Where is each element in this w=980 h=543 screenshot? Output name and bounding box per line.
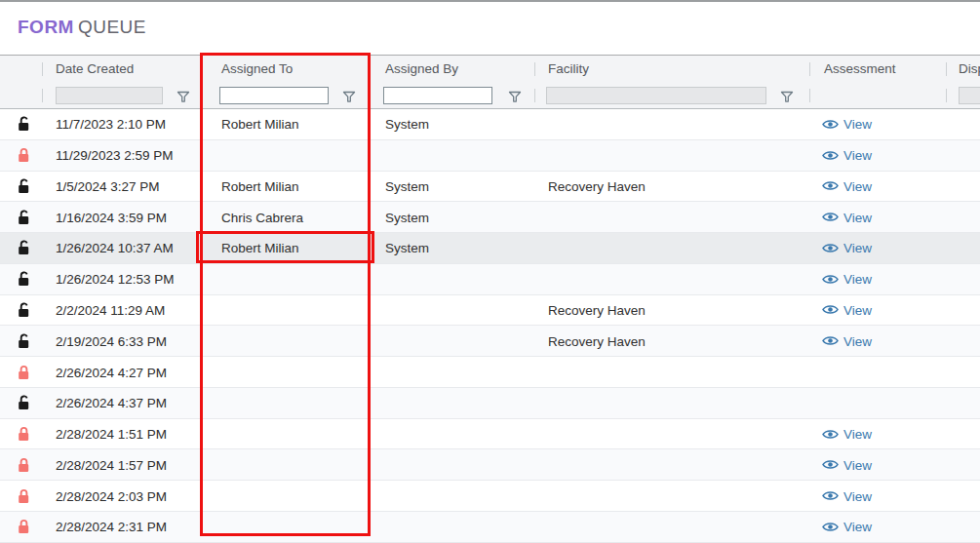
- cell-assigned-by: System: [385, 117, 429, 132]
- lock-open-icon: [17, 177, 32, 194]
- eye-icon: [822, 428, 839, 440]
- cell-date-created: 2/2/2024 11:29 AM: [56, 302, 165, 317]
- table-row[interactable]: 2/26/2024 4:37 PM: [0, 388, 980, 419]
- cell-assigned-by: System: [385, 178, 429, 193]
- filter-divider: [809, 89, 810, 102]
- table-row[interactable]: 11/7/2023 2:10 PM Robert Milian System V…: [0, 109, 980, 140]
- cell-date-created: 2/28/2024 1:51 PM: [56, 427, 167, 442]
- page-title: FORMQUEUE: [18, 17, 146, 38]
- cell-assigned-to: Robert Milian: [221, 117, 299, 132]
- cell-date-created: 2/28/2024 1:57 PM: [56, 457, 167, 472]
- column-header-assigned-to[interactable]: Assigned To: [221, 61, 293, 76]
- table-row[interactable]: 2/28/2024 1:57 PM View: [0, 449, 980, 481]
- view-link[interactable]: View: [822, 427, 872, 442]
- lock-open-icon: [17, 395, 32, 411]
- lock-closed-icon: [17, 487, 32, 504]
- cell-date-created: 2/19/2024 6:33 PM: [56, 333, 167, 348]
- header-divider: [534, 62, 535, 76]
- eye-icon: [822, 335, 839, 347]
- column-header-assigned-by[interactable]: Assigned By: [385, 61, 458, 76]
- view-link[interactable]: View: [822, 241, 872, 255]
- filter-input-assigned-by[interactable]: [383, 87, 492, 104]
- cell-date-created: 1/26/2024 12:53 PM: [56, 272, 175, 287]
- table-row[interactable]: 1/26/2024 12:53 PM View: [0, 264, 980, 295]
- header-divider: [42, 62, 43, 76]
- view-link[interactable]: View: [822, 272, 872, 287]
- table-row[interactable]: 11/29/2023 2:59 PM View: [0, 140, 980, 172]
- view-link[interactable]: View: [822, 457, 872, 472]
- filter-icon-date-created[interactable]: [176, 90, 190, 102]
- column-header-date-created[interactable]: Date Created: [56, 61, 134, 76]
- table-filter-row: [0, 83, 980, 109]
- page-title-secondary: QUEUE: [78, 17, 146, 37]
- view-link-label: View: [843, 117, 872, 132]
- eye-icon: [822, 242, 839, 253]
- view-link[interactable]: View: [822, 148, 872, 163]
- view-link-label: View: [843, 210, 872, 224]
- view-link-label: View: [843, 178, 872, 193]
- cell-assigned-to: Chris Cabrera: [221, 210, 303, 224]
- lock-open-icon: [17, 116, 32, 133]
- cell-date-created: 2/28/2024 2:31 PM: [56, 520, 167, 534]
- filter-input-assigned-to[interactable]: [219, 87, 329, 104]
- filter-input-disposition: [959, 87, 980, 104]
- view-link[interactable]: View: [822, 488, 872, 503]
- table-row[interactable]: 2/26/2024 4:27 PM: [0, 357, 980, 388]
- filter-icon-facility[interactable]: [780, 90, 794, 102]
- cell-date-created: 11/29/2023 2:59 PM: [56, 148, 174, 163]
- view-link-label: View: [843, 427, 872, 442]
- cell-date-created: 11/7/2023 2:10 PM: [56, 117, 166, 132]
- lock-open-icon: [17, 271, 32, 288]
- eye-icon: [822, 118, 839, 130]
- column-header-disposition[interactable]: Disp: [959, 61, 980, 76]
- view-link-label: View: [843, 241, 872, 255]
- cell-date-created: 2/28/2024 2:03 PM: [56, 488, 167, 503]
- table-row[interactable]: 1/5/2024 3:27 PM Robert Milian System Re…: [0, 172, 980, 203]
- eye-icon: [822, 459, 839, 471]
- column-header-assessment[interactable]: Assessment: [824, 61, 896, 76]
- table-body: 11/7/2023 2:10 PM Robert Milian System V…: [0, 109, 980, 543]
- filter-icon-assigned-by[interactable]: [508, 90, 522, 102]
- lock-closed-icon: [17, 364, 32, 380]
- view-link-label: View: [843, 520, 872, 534]
- cell-date-created: 1/26/2024 10:37 AM: [56, 241, 174, 255]
- lock-open-icon: [17, 240, 32, 256]
- cell-date-created: 1/5/2024 3:27 PM: [56, 178, 160, 193]
- cell-date-created: 2/26/2024 4:27 PM: [56, 365, 167, 379]
- cell-facility: Recovery Haven: [548, 333, 646, 348]
- cell-assigned-by: System: [385, 210, 429, 224]
- header-divider: [946, 62, 947, 76]
- view-link[interactable]: View: [822, 178, 872, 193]
- eye-icon: [822, 273, 839, 285]
- eye-icon: [822, 212, 839, 223]
- filter-divider: [534, 89, 535, 102]
- table-row[interactable]: 2/19/2024 6:33 PM Recovery Haven View: [0, 326, 980, 357]
- filter-icon-assigned-to[interactable]: [342, 90, 356, 102]
- view-link-label: View: [843, 272, 872, 287]
- view-link[interactable]: View: [822, 210, 872, 224]
- view-link[interactable]: View: [822, 302, 872, 317]
- table-row[interactable]: 2/28/2024 2:31 PM View: [0, 512, 980, 543]
- view-link[interactable]: View: [822, 117, 872, 132]
- table-row[interactable]: 1/16/2024 3:59 PM Chris Cabrera System V…: [0, 202, 980, 233]
- table-row[interactable]: 1/26/2024 10:37 AM Robert Milian System …: [0, 233, 980, 264]
- table-row[interactable]: 2/28/2024 2:03 PM View: [0, 481, 980, 512]
- table-row[interactable]: 2/28/2024 1:51 PM View: [0, 419, 980, 450]
- view-link[interactable]: View: [822, 520, 872, 534]
- cell-assigned-to: Robert Milian: [221, 178, 299, 193]
- page-title-primary: FORM: [18, 17, 74, 37]
- table-header-row: Date Created Assigned To Assigned By Fac…: [0, 55, 980, 83]
- cell-facility: Recovery Haven: [548, 178, 646, 193]
- column-header-facility[interactable]: Facility: [548, 61, 589, 76]
- lock-closed-icon: [17, 426, 32, 443]
- form-queue-table: Date Created Assigned To Assigned By Fac…: [0, 55, 980, 543]
- lock-open-icon: [17, 301, 32, 318]
- filter-input-facility: [546, 87, 766, 104]
- eye-icon: [822, 149, 839, 161]
- cell-date-created: 2/26/2024 4:37 PM: [56, 396, 167, 410]
- table-row[interactable]: 2/2/2024 11:29 AM Recovery Haven View: [0, 295, 980, 327]
- lock-closed-icon: [17, 456, 32, 473]
- view-link[interactable]: View: [822, 333, 872, 348]
- header-divider: [809, 62, 810, 76]
- eye-icon: [822, 490, 839, 502]
